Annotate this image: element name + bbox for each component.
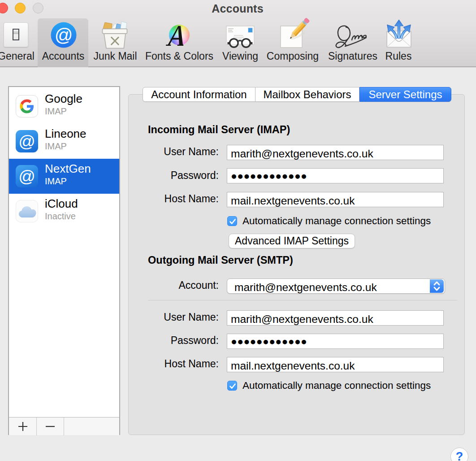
svg-text:@: @ [55,25,73,45]
